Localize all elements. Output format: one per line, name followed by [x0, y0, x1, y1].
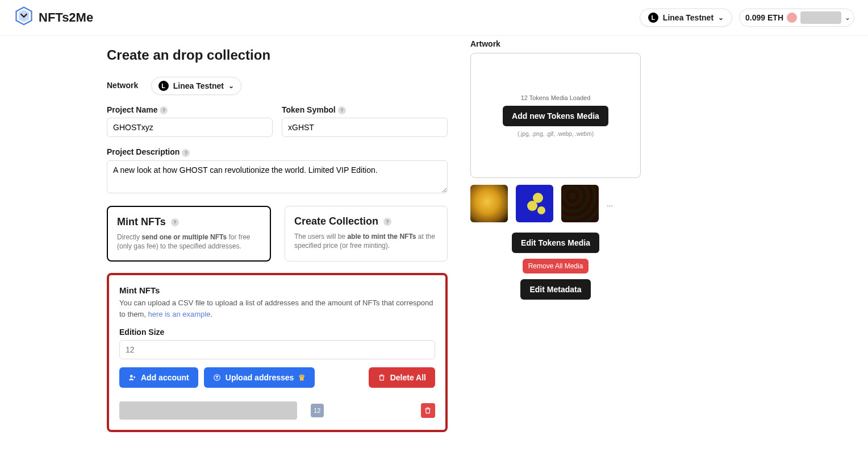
- artwork-label: Artwork: [470, 39, 641, 48]
- delete-all-button[interactable]: Delete All: [369, 367, 435, 388]
- help-icon[interactable]: ?: [182, 149, 190, 157]
- more-thumbnails[interactable]: ...: [607, 200, 613, 208]
- tokens-loaded-text: 12 Tokens Media Loaded: [521, 94, 591, 101]
- format-hint: (.jpg, .png, .gif, .webp, .webm): [518, 131, 594, 137]
- help-icon[interactable]: ?: [383, 218, 391, 226]
- option-cards: Mint NFTs ? Directly send one or multipl…: [107, 206, 448, 262]
- artwork-dropzone[interactable]: 12 Tokens Media Loaded Add new Tokens Me…: [470, 53, 641, 178]
- address-row: 12: [119, 401, 435, 420]
- project-name-label: Project Name?: [107, 105, 273, 114]
- thumbnail-2[interactable]: [516, 185, 553, 222]
- chevron-down-icon: ⌄: [228, 82, 234, 90]
- wallet-selector[interactable]: 0.099 ETH ⌄: [739, 9, 854, 27]
- page-title: Create an drop collection: [107, 47, 448, 63]
- name-symbol-row: Project Name? Token Symbol?: [107, 105, 448, 137]
- remove-all-media-button[interactable]: Remove All Media: [523, 259, 589, 273]
- right-column: Artwork 12 Tokens Media Loaded Add new T…: [470, 36, 641, 432]
- thumbnail-3[interactable]: [561, 185, 599, 222]
- description-label: Project Description?: [107, 147, 448, 156]
- mint-buttons: Add account Upload addresses ♛ Delete Al…: [119, 367, 435, 388]
- upload-addresses-button[interactable]: Upload addresses ♛: [204, 367, 315, 388]
- network-icon: L: [648, 13, 658, 23]
- delete-row-button[interactable]: [421, 403, 435, 418]
- network-label: Linea Testnet: [663, 13, 713, 22]
- edition-size-label: Edition Size: [119, 328, 435, 337]
- mint-panel-title: Mint NFTs: [119, 285, 435, 295]
- option-create-collection[interactable]: Create Collection ? The users will be ab…: [285, 206, 448, 262]
- add-tokens-media-button[interactable]: Add new Tokens Media: [503, 106, 608, 126]
- token-symbol-label: Token Symbol?: [282, 105, 448, 114]
- svg-marker-1: [19, 10, 29, 22]
- eth-balance: 0.099 ETH: [745, 13, 783, 22]
- header-right: L Linea Testnet ⌄ 0.099 ETH ⌄: [640, 9, 854, 27]
- help-icon[interactable]: ?: [338, 106, 346, 114]
- chevron-down-icon: ⌄: [845, 14, 850, 22]
- wallet-address: [800, 11, 841, 24]
- thumbnail-1[interactable]: [470, 185, 508, 222]
- artwork-actions: Edit Tokens Media Remove All Media Edit …: [470, 233, 641, 300]
- header: NFTs2Me L Linea Testnet ⌄ 0.099 ETH ⌄: [0, 0, 868, 36]
- network-dropdown[interactable]: L Linea Testnet ⌄: [151, 77, 241, 95]
- logo-icon: [14, 6, 34, 30]
- left-column: Create an drop collection Network L Line…: [107, 36, 448, 432]
- mint-panel-desc: You can upload a CSV file to upload a li…: [119, 297, 435, 320]
- logo[interactable]: NFTs2Me: [14, 6, 93, 30]
- description-row: Project Description?: [107, 147, 448, 195]
- help-icon[interactable]: ?: [171, 218, 179, 226]
- csv-example-link[interactable]: here is an example: [148, 310, 211, 318]
- svg-point-2: [130, 375, 133, 378]
- address-input[interactable]: [119, 401, 297, 420]
- network-row: Network L Linea Testnet ⌄: [107, 77, 448, 95]
- edit-tokens-media-button[interactable]: Edit Tokens Media: [512, 233, 599, 253]
- crown-icon: ♛: [298, 373, 306, 382]
- project-name-input[interactable]: [107, 118, 273, 137]
- mint-panel: Mint NFTs You can upload a CSV file to u…: [107, 273, 448, 432]
- count-badge: 12: [311, 404, 324, 417]
- option-mint-nfts[interactable]: Mint NFTs ? Directly send one or multipl…: [107, 206, 271, 262]
- network-value: Linea Testnet: [173, 81, 224, 90]
- avatar-icon: [787, 13, 797, 23]
- description-input[interactable]: [107, 160, 448, 193]
- network-selector[interactable]: L Linea Testnet ⌄: [640, 9, 732, 27]
- add-account-button[interactable]: Add account: [119, 367, 198, 388]
- brand-text: NFTs2Me: [39, 10, 93, 25]
- thumbnails: ...: [470, 185, 641, 222]
- edition-size-input[interactable]: [119, 340, 435, 359]
- network-icon: L: [158, 81, 169, 91]
- network-field-label: Network: [107, 81, 138, 90]
- token-symbol-input[interactable]: [282, 118, 448, 137]
- main: Create an drop collection Network L Line…: [93, 36, 775, 455]
- chevron-down-icon: ⌄: [718, 14, 724, 22]
- edit-metadata-button[interactable]: Edit Metadata: [520, 279, 590, 300]
- help-icon[interactable]: ?: [160, 106, 168, 114]
